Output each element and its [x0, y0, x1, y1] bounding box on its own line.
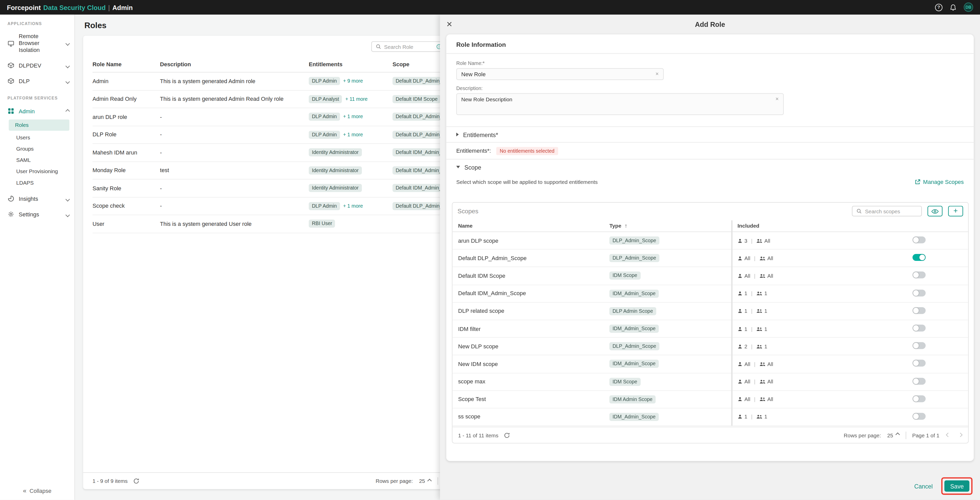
included-users-value: All	[745, 396, 750, 402]
scope-row[interactable]: ss scope IDM_Admin_Scope 1 |	[453, 409, 968, 426]
included-users-value: 3	[745, 237, 748, 243]
user-icon	[738, 256, 743, 261]
entitlements-accordion[interactable]: Entitlements*	[446, 127, 974, 142]
description-field[interactable]: New Role Description	[461, 96, 772, 112]
table-row[interactable]: Admin Read Only This is a system generat…	[92, 90, 495, 108]
table-row[interactable]: User This is a system generated User rol…	[92, 215, 495, 233]
included-toggle[interactable]	[913, 272, 926, 279]
group-icon	[759, 256, 765, 261]
included-toggle[interactable]	[913, 289, 926, 296]
group-icon	[756, 344, 762, 349]
scope-type-badge: IDM Scope	[609, 377, 640, 386]
scope-row[interactable]: Default IDM_Admin_Scope IDM_Admin_Scope …	[453, 285, 968, 303]
cancel-button[interactable]: Cancel	[914, 483, 933, 490]
rows-per-page-label: Rows per page:	[375, 478, 413, 484]
previous-page-button[interactable]	[945, 434, 951, 436]
refresh-icon[interactable]	[504, 432, 510, 438]
column-header-included[interactable]: Included	[738, 222, 913, 228]
scope-row[interactable]: New DLP scope DLP_Admin_Scope 2 |	[453, 338, 968, 356]
sidebar-subitem[interactable]: Users	[0, 132, 74, 144]
scope-row[interactable]: Default IDM Scope IDM Scope All |	[453, 267, 968, 285]
save-button[interactable]: Save	[945, 481, 969, 492]
table-row[interactable]: Monday Role test Identity Administrator …	[92, 161, 495, 179]
entitlements-more-link[interactable]: + 1 more	[343, 114, 363, 120]
sidebar-subitem[interactable]: LDAPS	[0, 177, 74, 188]
user-icon	[738, 309, 743, 314]
column-header-type[interactable]: Type ↑	[609, 222, 738, 228]
scope-type-cell: IDM_Admin_Scope	[609, 289, 738, 298]
column-header-role-name[interactable]: Role Name	[92, 61, 160, 67]
clear-icon[interactable]: ×	[655, 71, 659, 77]
scope-row[interactable]: DLP related scope DLP Admin Scope 1	[453, 303, 968, 320]
role-name-cell: Scope check	[92, 203, 160, 209]
sidebar-item-settings[interactable]: Settings	[0, 207, 74, 222]
sidebar-subitem[interactable]: Groups	[0, 144, 74, 155]
chevron-up-icon	[428, 479, 432, 483]
role-description-cell: This is a system generated User role	[160, 221, 309, 227]
column-header-description[interactable]: Description	[160, 61, 309, 67]
collapse-button[interactable]: « Collapse	[0, 488, 74, 494]
included-toggle[interactable]	[913, 395, 926, 402]
sidebar-item-insights[interactable]: Insights	[0, 191, 74, 207]
included-toggle[interactable]	[913, 342, 926, 349]
sidebar-item-admin[interactable]: Admin	[0, 104, 74, 119]
included-toggle[interactable]	[913, 307, 926, 314]
included-users-value: 1	[745, 414, 748, 420]
scrollbar[interactable]	[731, 220, 733, 426]
scope-row[interactable]: Scope Test IDM Admin Scope All |	[453, 391, 968, 409]
table-row[interactable]: arun DLP role - DLP Admin + 1 more Defau…	[92, 108, 495, 126]
sidebar-item-dlp[interactable]: DLP	[0, 73, 74, 89]
table-row[interactable]: Admin This is a system generated Admin r…	[92, 73, 495, 91]
scope-row[interactable]: scope max IDM Scope All |	[453, 373, 968, 391]
sidebar-item-remote-browser-isolation[interactable]: Remote Browser Isolation	[0, 29, 74, 58]
column-header-entitlements[interactable]: Entitlements	[309, 61, 393, 67]
rows-per-page-select[interactable]: 25	[887, 432, 899, 438]
rows-per-page-select[interactable]: 25	[419, 478, 431, 484]
included-toggle[interactable]	[913, 377, 926, 384]
entitlements-more-link[interactable]: + 11 more	[345, 96, 368, 102]
search-scopes-input[interactable]	[865, 208, 917, 214]
scope-row[interactable]: arun DLP scope DLP_Admin_Scope 3 |	[453, 232, 968, 249]
table-row[interactable]: Mahesh IDM arun - Identity Administrator…	[92, 144, 495, 162]
avatar[interactable]: DB	[964, 3, 973, 12]
notifications-icon[interactable]	[949, 3, 957, 11]
search-role-input[interactable]	[384, 43, 433, 50]
sidebar-subitem[interactable]: User Provisioning	[0, 166, 74, 177]
sidebar-item-dlpdev[interactable]: DLPDEV	[0, 58, 74, 73]
included-toggle[interactable]	[913, 360, 926, 367]
entitlements-more-link[interactable]: + 1 more	[343, 203, 363, 209]
next-page-button[interactable]	[957, 434, 963, 436]
sidebar-item-label: DLPDEV	[19, 62, 41, 69]
scope-row[interactable]: Default DLP_Admin_Scope DLP_Admin_Scope …	[453, 249, 968, 267]
table-row[interactable]: DLP Role - DLP Admin + 1 more Default DL…	[92, 126, 495, 144]
sidebar-subitem[interactable]: Roles	[9, 120, 69, 131]
table-row[interactable]: Sanity Role - Identity Administrator Def…	[92, 179, 495, 197]
scope-accordion[interactable]: Scope	[446, 160, 974, 175]
entitlements-more-link[interactable]: + 9 more	[343, 78, 363, 84]
scope-included-cell: 1 | 1	[738, 308, 913, 314]
clear-icon[interactable]: ×	[776, 96, 779, 102]
role-entitlements-cell: Identity Administrator	[309, 166, 393, 174]
manage-scopes-link[interactable]: Manage Scopes	[914, 179, 964, 185]
add-scope-button[interactable]: +	[948, 206, 963, 217]
scope-row[interactable]: New IDM scope IDM_Admin_Scope All |	[453, 356, 968, 373]
drawer-header: ✕ Add Role	[440, 14, 980, 34]
included-toggle[interactable]	[913, 413, 926, 420]
scope-row[interactable]: IDM filter IDM_Admin_Scope 1 |	[453, 320, 968, 338]
sidebar-subitem[interactable]: SAML	[0, 155, 74, 166]
monitor-icon	[7, 40, 14, 47]
refresh-icon[interactable]	[133, 478, 139, 484]
close-icon[interactable]: ✕	[446, 20, 453, 29]
entitlement-badge: DLP Admin	[309, 113, 340, 121]
included-toggle[interactable]	[913, 236, 926, 243]
table-row[interactable]: Scope check - DLP Admin + 1 more Default…	[92, 197, 495, 215]
included-toggle[interactable]	[913, 324, 926, 331]
app-viewport: Forcepoint Data Security Cloud | Admin ?…	[0, 0, 980, 500]
entitlements-more-link[interactable]: + 1 more	[343, 132, 363, 137]
role-name-field[interactable]	[461, 71, 652, 77]
included-toggle[interactable]	[913, 254, 926, 261]
column-header-name[interactable]: Name	[458, 222, 609, 228]
sidebar-item-label: Remote Browser Isolation	[19, 33, 60, 53]
help-icon[interactable]: ?	[935, 3, 942, 11]
view-scopes-button[interactable]	[928, 206, 943, 217]
